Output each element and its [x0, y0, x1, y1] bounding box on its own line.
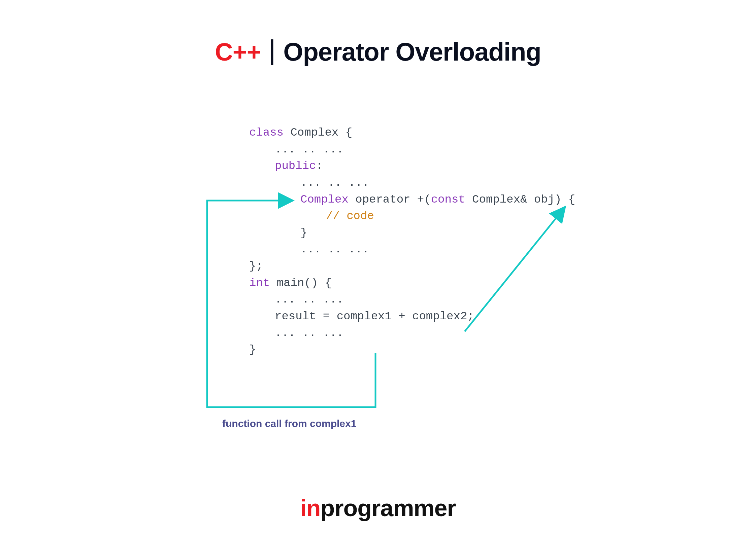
- code-line-14: ... .. ...: [249, 325, 575, 342]
- brand-logo: inprogrammer: [0, 495, 756, 522]
- param-type: Complex&: [465, 193, 534, 206]
- param-name: obj) {: [534, 193, 575, 206]
- title-lang: C++: [215, 38, 261, 66]
- page-title: C++ | Operator Overloading: [0, 35, 756, 67]
- keyword-public: public: [275, 159, 316, 172]
- code-line-4: ... .. ...: [249, 175, 575, 191]
- main-decl: main() {: [270, 277, 332, 289]
- keyword-class: class: [249, 126, 284, 139]
- title-topic: Operator Overloading: [283, 37, 541, 66]
- code-line-8: ... .. ...: [249, 241, 575, 258]
- keyword-int: int: [249, 277, 270, 289]
- colon: :: [316, 159, 323, 172]
- arrow-caption: function call from complex1: [222, 418, 356, 429]
- code-block: class Complex { ... .. ... public: ... .…: [249, 124, 575, 358]
- code-line-2: ... .. ...: [249, 141, 575, 158]
- code-line-3: public:: [249, 158, 575, 175]
- code-line-11: int main() {: [249, 275, 575, 292]
- operator-plus: operator +(: [349, 193, 431, 206]
- title-separator: |: [269, 34, 276, 65]
- brand-prefix: in: [300, 495, 320, 521]
- code-line-1: class Complex {: [249, 124, 575, 141]
- code-line-6: // code: [249, 208, 575, 225]
- brand-suffix: programmer: [320, 495, 456, 521]
- code-line-5-operator-decl: Complex operator +(const Complex& obj) {: [249, 191, 575, 208]
- return-type: Complex: [300, 193, 349, 206]
- code-line-13-call: result = complex1 + complex2;: [249, 308, 575, 325]
- code-line-15: }: [249, 342, 575, 358]
- code-line-12: ... .. ...: [249, 291, 575, 308]
- code-line-7: }: [249, 225, 575, 242]
- class-name: Complex {: [284, 126, 352, 139]
- comment: // code: [326, 210, 374, 222]
- keyword-const: const: [431, 193, 465, 206]
- code-line-9: };: [249, 258, 575, 275]
